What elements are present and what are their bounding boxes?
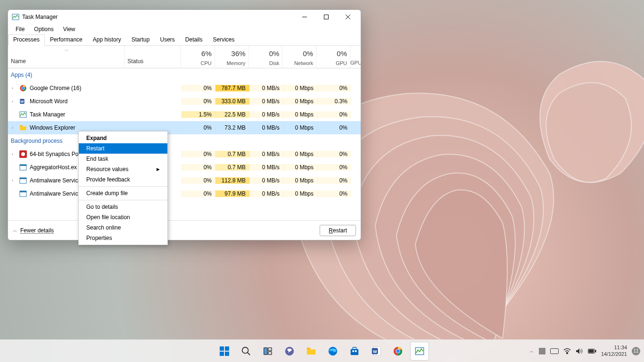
store-icon[interactable] bbox=[345, 342, 364, 361]
disk-value: 0 MB/s bbox=[249, 85, 283, 91]
tab-startup[interactable]: Startup bbox=[126, 34, 155, 45]
process-row[interactable]: AggregatorHost.ex 0% 0.7 MB 0 MB/s 0 Mbp… bbox=[8, 161, 361, 174]
context-menu-item[interactable]: Create dump file bbox=[79, 188, 167, 198]
process-name: Microsoft Word bbox=[30, 98, 67, 105]
network-value: 0 Mbps bbox=[283, 177, 317, 184]
context-menu-item[interactable]: Restart bbox=[79, 143, 167, 154]
window-title: Task Manager bbox=[22, 14, 294, 20]
tab-services[interactable]: Services bbox=[208, 34, 240, 45]
column-cpu[interactable]: 6%CPU bbox=[181, 46, 215, 68]
maximize-button[interactable] bbox=[315, 10, 337, 24]
tray-wifi-icon[interactable] bbox=[563, 348, 571, 354]
disk-value: 0 MB/s bbox=[249, 98, 283, 105]
chrome-icon[interactable] bbox=[388, 342, 407, 361]
footer-bar: ︿ Fewer details Restart bbox=[8, 220, 361, 240]
process-row[interactable]: ›Windows Explorer 0% 73.2 MB 0 MB/s 0 Mb… bbox=[8, 121, 361, 134]
process-name: Task Manager bbox=[30, 111, 65, 118]
minimize-button[interactable] bbox=[294, 10, 315, 24]
expand-icon[interactable]: › bbox=[12, 178, 17, 183]
column-gpu-engine[interactable]: GPU bbox=[350, 46, 361, 68]
tab-app-history[interactable]: App history bbox=[88, 34, 126, 45]
chat-icon[interactable] bbox=[280, 342, 299, 361]
close-button[interactable] bbox=[337, 10, 359, 24]
column-status[interactable]: Status bbox=[124, 46, 181, 68]
tray-chevron-icon[interactable]: ︿ bbox=[529, 348, 534, 354]
context-menu-item[interactable]: End task bbox=[79, 154, 167, 164]
taskbar: W ︿ 11:34 14/12/2021 11 bbox=[0, 339, 644, 362]
menu-file[interactable]: File bbox=[11, 25, 29, 33]
taskmgr-taskbar-icon[interactable] bbox=[410, 342, 429, 361]
gpu-value: 0% bbox=[317, 177, 351, 184]
gpu-value: 0% bbox=[317, 85, 351, 91]
expand-icon[interactable]: › bbox=[12, 99, 17, 104]
context-menu-item[interactable]: Resource values▶ bbox=[79, 164, 167, 174]
tray-volume-icon[interactable] bbox=[576, 348, 583, 354]
svg-rect-44 bbox=[550, 348, 558, 354]
explorer-icon[interactable] bbox=[302, 342, 321, 361]
cpu-value: 0% bbox=[182, 85, 215, 91]
gpu-value: 0.3% bbox=[317, 98, 351, 105]
process-row[interactable]: Task Manager 1.5% 22.5 MB 0 MB/s 0 Mbps … bbox=[8, 108, 361, 121]
svg-rect-34 bbox=[352, 350, 354, 352]
disk-value: 0 MB/s bbox=[249, 177, 283, 184]
column-disk[interactable]: 0%Disk bbox=[249, 46, 283, 68]
group-apps[interactable]: Apps (4) bbox=[8, 68, 361, 82]
notification-badge[interactable]: 11 bbox=[632, 347, 640, 355]
svg-text:W: W bbox=[373, 349, 377, 354]
edge-icon[interactable] bbox=[323, 342, 342, 361]
search-icon[interactable] bbox=[237, 342, 256, 361]
svg-rect-32 bbox=[351, 349, 359, 355]
svg-point-41 bbox=[396, 349, 399, 353]
tray-clock[interactable]: 11:34 14/12/2021 bbox=[601, 345, 627, 357]
tab-performance[interactable]: Performance bbox=[45, 34, 88, 45]
tray-app-icon[interactable] bbox=[539, 348, 545, 354]
tray-battery-icon[interactable] bbox=[588, 348, 596, 354]
expand-icon[interactable]: › bbox=[12, 125, 17, 130]
network-value: 0 Mbps bbox=[283, 85, 317, 91]
start-button[interactable] bbox=[215, 342, 234, 361]
column-memory[interactable]: 36%Memory bbox=[215, 46, 249, 68]
tab-processes[interactable]: Processes bbox=[8, 34, 45, 46]
expand-icon[interactable]: › bbox=[12, 86, 17, 90]
cpu-value: 0% bbox=[182, 177, 215, 184]
memory-value: 0.7 MB bbox=[215, 151, 249, 157]
tab-users[interactable]: Users bbox=[155, 34, 180, 45]
menu-view[interactable]: View bbox=[58, 25, 80, 33]
network-value: 0 Mbps bbox=[283, 111, 317, 118]
expand-icon[interactable]: › bbox=[12, 152, 17, 156]
titlebar[interactable]: Task Manager bbox=[8, 10, 361, 24]
context-menu-item[interactable]: Search online bbox=[79, 222, 167, 233]
context-menu-item[interactable]: Provide feedback bbox=[79, 174, 167, 185]
sort-caret-icon: ︿ bbox=[65, 47, 69, 53]
task-view-icon[interactable] bbox=[258, 342, 277, 361]
svg-rect-35 bbox=[355, 350, 357, 352]
context-menu-item[interactable]: Go to details bbox=[79, 202, 167, 212]
process-row[interactable]: Antimalware Servic 0% 97.9 MB 0 MB/s 0 M… bbox=[8, 187, 361, 200]
process-row[interactable]: ›64-bit Synaptics Po 0% 0.7 MB 0 MB/s 0 … bbox=[8, 148, 361, 161]
fewer-details-link[interactable]: ︿ Fewer details bbox=[13, 227, 54, 234]
group-background[interactable]: Background process bbox=[8, 134, 361, 148]
column-gpu[interactable]: 0%GPU bbox=[316, 46, 350, 68]
tab-details[interactable]: Details bbox=[180, 34, 208, 45]
svg-rect-17 bbox=[20, 178, 26, 179]
gpu-value: 0% bbox=[317, 124, 351, 131]
column-network[interactable]: 0%Network bbox=[282, 46, 316, 68]
context-menu-item[interactable]: Expand bbox=[79, 133, 167, 143]
process-row[interactable]: ›Antimalware Servic 0% 112.8 MB 0 MB/s 0… bbox=[8, 174, 361, 187]
context-menu-item[interactable]: Properties bbox=[79, 233, 167, 243]
app-icon bbox=[19, 164, 27, 171]
word-icon[interactable]: W bbox=[367, 342, 386, 361]
app-icon: W bbox=[19, 98, 27, 105]
memory-value: 787.7 MB bbox=[215, 85, 249, 91]
disk-value: 0 MB/s bbox=[249, 124, 283, 131]
context-menu-item[interactable]: Open file location bbox=[79, 212, 167, 222]
restart-button[interactable]: Restart bbox=[320, 225, 356, 236]
memory-value: 22.5 MB bbox=[215, 111, 249, 118]
process-row[interactable]: ›Google Chrome (16) 0% 787.7 MB 0 MB/s 0… bbox=[8, 82, 361, 95]
menu-options[interactable]: Options bbox=[29, 25, 58, 33]
process-row[interactable]: ›WMicrosoft Word 0% 333.0 MB 0 MB/s 0 Mb… bbox=[8, 95, 361, 108]
disk-value: 0 MB/s bbox=[249, 111, 283, 118]
tray-keyboard-icon[interactable] bbox=[550, 348, 559, 354]
menubar: File Options View bbox=[8, 24, 361, 34]
submenu-arrow-icon: ▶ bbox=[157, 167, 160, 172]
